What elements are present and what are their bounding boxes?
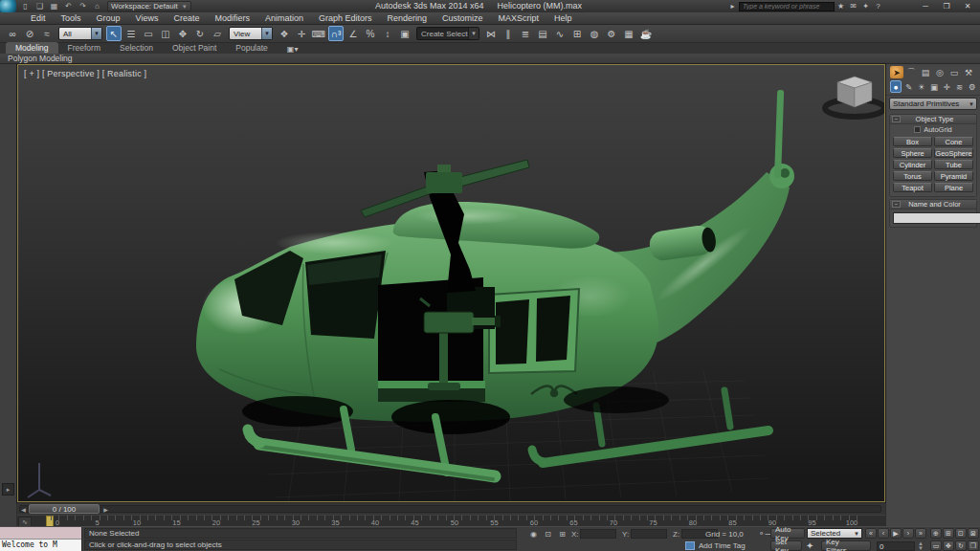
undo-button[interactable]: ↶ xyxy=(62,1,75,11)
time-slider-handle[interactable]: 0 / 100 xyxy=(29,504,100,514)
button-cylinder[interactable]: Cylinder xyxy=(893,160,932,169)
menu-views[interactable]: Views xyxy=(128,13,167,23)
button-tube[interactable]: Tube xyxy=(934,160,973,169)
snaps-toggle-icon[interactable]: ∩³ xyxy=(328,26,344,41)
project-folder-button[interactable]: ⌂ xyxy=(91,1,103,11)
zoom-extents-button[interactable]: ⊡ xyxy=(955,528,967,539)
mirror-icon[interactable]: ⋈ xyxy=(483,26,499,41)
menu-graph-editors[interactable]: Graph Editors xyxy=(311,13,380,23)
communication-center-icon[interactable]: ✉ xyxy=(847,1,859,11)
menu-customize[interactable]: Customize xyxy=(434,13,491,23)
menu-animation[interactable]: Animation xyxy=(257,13,311,23)
panel-tab-utilities[interactable]: ⚒ xyxy=(962,66,975,78)
app-logo-icon[interactable] xyxy=(0,0,16,12)
select-and-manipulate-icon[interactable]: ✛ xyxy=(294,26,309,41)
ribbon-tab-modeling[interactable]: Modeling xyxy=(6,42,58,54)
button-torus[interactable]: Torus xyxy=(893,171,932,181)
selection-lock-icon[interactable]: ⊡ xyxy=(542,529,554,540)
ribbon-tab-populate[interactable]: Populate xyxy=(226,42,278,54)
primitive-category-dropdown[interactable]: Standard Primitives ▼ xyxy=(889,98,977,110)
ribbon-tab-object-paint[interactable]: Object Paint xyxy=(163,42,226,54)
maximize-button[interactable]: ❒ xyxy=(936,1,957,11)
maximize-viewport-button[interactable]: ❒ xyxy=(968,540,979,551)
curve-editor-icon[interactable]: ∿ xyxy=(552,26,568,41)
workspace-dropdown[interactable]: Workspace: Default▼ xyxy=(107,1,191,11)
set-key-button[interactable]: Set Key xyxy=(770,540,802,551)
zoom-extents-all-button[interactable]: ⊠ xyxy=(968,528,979,539)
category-shapes[interactable]: ✎ xyxy=(902,80,914,93)
search-toggle-icon[interactable]: ▸ xyxy=(726,1,739,11)
ribbon-tab-selection[interactable]: Selection xyxy=(110,42,163,54)
zoom-region-button[interactable]: ▭ xyxy=(930,540,942,551)
rendered-frame-icon[interactable]: ▦ xyxy=(621,26,636,41)
select-by-name-icon[interactable]: ☰ xyxy=(123,26,139,41)
orbit-button[interactable]: ↻ xyxy=(955,540,967,551)
angle-snap-icon[interactable]: ∠ xyxy=(345,26,361,41)
time-slider-right-arrow[interactable]: ▶ xyxy=(101,505,110,513)
absolute-mode-icon[interactable]: ⊞ xyxy=(556,529,568,540)
new-scene-button[interactable]: ▯ xyxy=(19,1,32,11)
view-cube[interactable] xyxy=(825,77,884,117)
maxscript-listener-pane[interactable]: Welcome to M xyxy=(0,540,81,551)
keyboard-override-icon[interactable]: ⌨ xyxy=(311,26,326,41)
render-setup-icon[interactable]: ⚙ xyxy=(604,26,619,41)
bind-to-space-warp-icon[interactable]: ≈ xyxy=(39,26,55,41)
maxscript-mini-listener[interactable]: Welcome to M xyxy=(0,527,82,551)
infocenter-search-input[interactable] xyxy=(739,2,835,11)
go-to-end-button[interactable]: » xyxy=(915,528,926,539)
panel-tab-modify[interactable]: ⌒ xyxy=(904,66,918,78)
helicopter-model[interactable] xyxy=(196,90,794,479)
button-sphere[interactable]: Sphere xyxy=(893,148,932,158)
ribbon-overflow-icon[interactable]: ▣▾ xyxy=(283,45,302,54)
perspective-viewport[interactable]: [ + ] [ Perspective ] [ Realistic ] xyxy=(17,64,885,502)
menu-help[interactable]: Help xyxy=(546,13,580,23)
select-object-icon[interactable]: ↖ xyxy=(106,26,122,41)
play-button[interactable]: ▶ xyxy=(890,528,902,539)
isolate-selection-icon[interactable]: ◉ xyxy=(527,529,540,540)
named-selection-set-dropdown[interactable]: Create Selection Set▼ xyxy=(416,27,479,40)
window-crossing-icon[interactable]: ◫ xyxy=(158,26,173,41)
render-production-icon[interactable]: ☕ xyxy=(638,26,654,41)
category-space-warps[interactable]: ≋ xyxy=(953,80,965,93)
menu-modifiers[interactable]: Modifiers xyxy=(207,13,257,23)
menu-create[interactable]: Create xyxy=(166,13,207,23)
use-pivot-center-icon[interactable]: ❖ xyxy=(277,26,292,41)
frame-spinner[interactable]: ▲▼ xyxy=(917,541,924,551)
ribbon-tab-freeform[interactable]: Freeform xyxy=(58,42,110,54)
graphite-ribbon-toggle-icon[interactable]: ▤ xyxy=(535,26,550,41)
category-helpers[interactable]: ✛ xyxy=(941,80,952,93)
help-icon[interactable]: ? xyxy=(872,1,884,11)
redo-button[interactable]: ↷ xyxy=(77,1,89,11)
menu-maxscript[interactable]: MAXScript xyxy=(491,13,547,23)
spinner-snap-icon[interactable]: ↕ xyxy=(380,26,395,41)
select-and-scale-icon[interactable]: ▱ xyxy=(210,26,225,41)
set-key-mode-icon[interactable]: ✦ xyxy=(806,540,813,551)
name-and-color-rollout-header[interactable]: − Name and Color xyxy=(890,200,976,209)
menu-edit[interactable]: Edit xyxy=(23,13,54,23)
panel-tab-motion[interactable]: ◎ xyxy=(933,66,947,78)
menu-group[interactable]: Group xyxy=(89,13,128,23)
sign-in-icon[interactable]: ✦ xyxy=(859,1,872,11)
object-type-rollout-header[interactable]: − Object Type xyxy=(890,115,976,124)
time-slider-track[interactable] xyxy=(19,505,881,513)
add-time-tag[interactable]: Add Time Tag xyxy=(699,541,746,550)
next-frame-button[interactable]: › xyxy=(902,528,914,539)
button-box[interactable]: Box xyxy=(893,137,932,146)
time-slider-left-arrow[interactable]: ◀ xyxy=(19,505,28,513)
select-and-move-icon[interactable]: ✥ xyxy=(175,26,190,41)
go-to-start-button[interactable]: « xyxy=(865,528,877,539)
current-frame-field[interactable] xyxy=(877,541,915,551)
object-name-field[interactable] xyxy=(893,212,980,224)
close-button[interactable]: ✕ xyxy=(957,1,978,11)
named-selection-sets-icon[interactable]: ▣ xyxy=(397,26,412,41)
button-teapot[interactable]: Teapot xyxy=(893,183,932,192)
material-editor-icon[interactable]: ◍ xyxy=(587,26,602,41)
panel-tab-hierarchy[interactable]: ▤ xyxy=(919,66,932,78)
key-filters-button[interactable]: Key Filters... xyxy=(821,540,871,551)
previous-frame-button[interactable]: ‹ xyxy=(878,528,889,539)
percent-snap-icon[interactable]: % xyxy=(363,26,378,41)
button-plane[interactable]: Plane xyxy=(934,183,973,192)
schematic-view-icon[interactable]: ⊞ xyxy=(569,26,585,41)
open-file-button[interactable]: ❏ xyxy=(33,1,46,11)
polygon-modeling-panel-label[interactable]: Polygon Modeling xyxy=(8,54,73,63)
